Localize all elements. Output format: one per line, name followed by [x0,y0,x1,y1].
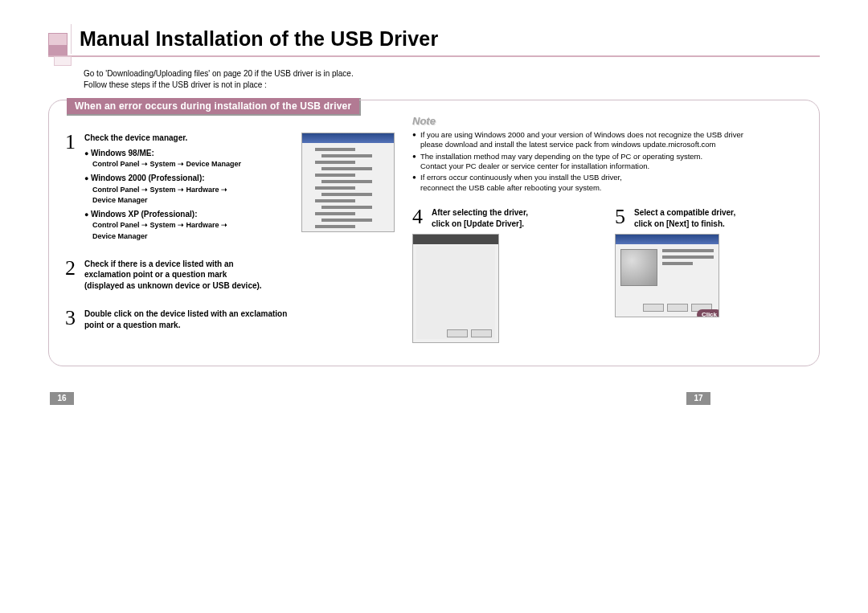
note-item-2: The installation method may vary dependi… [412,152,803,172]
step-5-block: 5 Select a compatible driver, click on [… [615,207,803,343]
content-panel: When an error occurs during installation… [48,100,820,366]
note-item-3: If errors occur continuously when you in… [412,173,803,193]
os-win2000-path-2: Device Manager [92,195,290,205]
section-subtitle: When an error occurs during installation… [67,98,359,114]
os-win2000: Windows 2000 (Professional): [84,173,290,184]
step-4-block: 4 After selecting the driver, click on [… [412,207,600,343]
screenshot-tree-icon [309,148,381,231]
page-title: Manual Installation of the USB Driver [71,24,444,54]
note-item-1: If you are using Windows 2000 and your v… [412,130,803,150]
os-winxp-path-2: Device Manager [92,231,290,241]
step-4-line-1: After selecting the driver, [432,207,600,219]
step-2-line-3: (displayed as unknown device or USB devi… [84,280,395,292]
step-number-5: 5 [615,207,628,229]
wizard-illustration-icon [620,249,657,286]
dialog-buttons-icon [447,329,492,337]
page-number-right: 17 [686,392,710,405]
os-win98-path: Control Panel ➝ System ➝ Device Manager [92,159,290,169]
click-badge: Click [697,309,719,317]
intro-line-1: Go to 'Downloading/Uploading files' on p… [84,68,820,80]
step-number-1: 1 [65,133,78,241]
intro-text: Go to 'Downloading/Uploading files' on p… [84,68,820,90]
step-2-line-2: exclamation point or a question mark [84,269,395,280]
wizard-dialog-screenshot: Click [615,234,719,317]
page-number-left: 16 [50,392,74,405]
step-5-line-2: click on [Next] to finish. [634,219,803,230]
os-win98: Windows 98/ME: [84,148,290,159]
step-1-heading: Check the device manager. [84,133,290,144]
os-winxp: Windows XP (Professional): [84,209,290,220]
step-2: 2 Check if there is a device listed with… [65,259,395,292]
device-manager-screenshot [301,133,395,232]
properties-dialog-screenshot [412,234,499,343]
os-win2000-path-1: Control Panel ➝ System ➝ Hardware ➝ [92,185,290,194]
intro-line-2: Follow these steps if the USB driver is … [84,80,820,91]
step-3: 3 Double click on the device listed with… [65,309,395,330]
step-number-4: 4 [412,207,425,229]
step-3-line-2: point or a question mark. [84,320,395,331]
header-ornament-icon [48,33,68,55]
note-header: Note [412,115,803,127]
step-number-3: 3 [65,309,78,330]
title-bar: Manual Installation of the USB Driver [48,24,820,57]
step-5-line-1: Select a compatible driver, [634,207,803,219]
step-4-line-2: click on [Update Driver]. [432,219,600,230]
step-3-line-1: Double click on the device listed with a… [84,309,395,320]
step-2-line-1: Check if there is a device listed with a… [84,259,395,270]
left-column: 1 Check the device manager. Windows 98/M… [65,115,395,343]
note-list: If you are using Windows 2000 and your v… [412,130,803,193]
right-column: Note If you are using Windows 2000 and y… [412,115,803,343]
step-number-2: 2 [65,259,78,292]
step-1: 1 Check the device manager. Windows 98/M… [65,133,290,241]
os-winxp-path-1: Control Panel ➝ System ➝ Hardware ➝ [92,220,290,230]
